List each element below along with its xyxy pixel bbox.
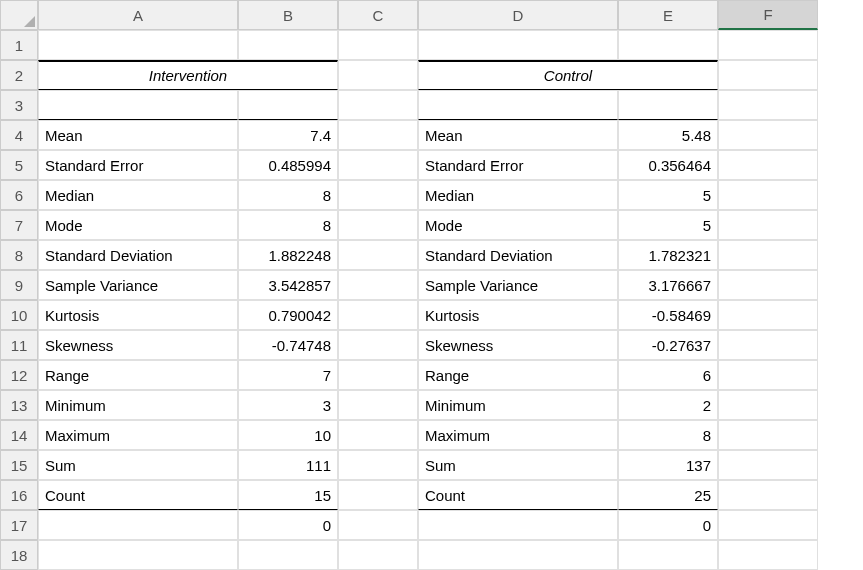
title-control[interactable]: Control: [418, 60, 718, 90]
label-mode-intervention[interactable]: Mode: [38, 210, 238, 240]
label-kurt-control[interactable]: Kurtosis: [418, 300, 618, 330]
value-range-control[interactable]: 6: [618, 360, 718, 390]
label-max-control[interactable]: Maximum: [418, 420, 618, 450]
value-count-control[interactable]: 25: [618, 480, 718, 510]
label-mean-control[interactable]: Mean: [418, 120, 618, 150]
cell-f3[interactable]: [718, 90, 818, 120]
cell-c15[interactable]: [338, 450, 418, 480]
cell-e17[interactable]: 0: [618, 510, 718, 540]
label-var-intervention[interactable]: Sample Variance: [38, 270, 238, 300]
cell-a17[interactable]: [38, 510, 238, 540]
cell-c18[interactable]: [338, 540, 418, 570]
cell-f18[interactable]: [718, 540, 818, 570]
col-header-a[interactable]: A: [38, 0, 238, 30]
value-sum-intervention[interactable]: 111: [238, 450, 338, 480]
label-min-control[interactable]: Minimum: [418, 390, 618, 420]
value-max-intervention[interactable]: 10: [238, 420, 338, 450]
cell-f2[interactable]: [718, 60, 818, 90]
value-stddev-control[interactable]: 1.782321: [618, 240, 718, 270]
cell-d18[interactable]: [418, 540, 618, 570]
label-skew-control[interactable]: Skewness: [418, 330, 618, 360]
value-skew-intervention[interactable]: -0.74748: [238, 330, 338, 360]
label-kurt-intervention[interactable]: Kurtosis: [38, 300, 238, 330]
value-skew-control[interactable]: -0.27637: [618, 330, 718, 360]
cell-c16[interactable]: [338, 480, 418, 510]
cell-c2[interactable]: [338, 60, 418, 90]
cell-c6[interactable]: [338, 180, 418, 210]
value-count-intervention[interactable]: 15: [238, 480, 338, 510]
label-sum-control[interactable]: Sum: [418, 450, 618, 480]
cell-c4[interactable]: [338, 120, 418, 150]
title-intervention[interactable]: Intervention: [38, 60, 338, 90]
value-mean-control[interactable]: 5.48: [618, 120, 718, 150]
value-stderr-control[interactable]: 0.356464: [618, 150, 718, 180]
value-min-control[interactable]: 2: [618, 390, 718, 420]
cell-f4[interactable]: [718, 120, 818, 150]
label-median-intervention[interactable]: Median: [38, 180, 238, 210]
cell-c13[interactable]: [338, 390, 418, 420]
cell-c14[interactable]: [338, 420, 418, 450]
cell-b1[interactable]: [238, 30, 338, 60]
cell-f13[interactable]: [718, 390, 818, 420]
value-kurt-intervention[interactable]: 0.790042: [238, 300, 338, 330]
col-header-e[interactable]: E: [618, 0, 718, 30]
value-sum-control[interactable]: 137: [618, 450, 718, 480]
col-header-d[interactable]: D: [418, 0, 618, 30]
cell-c3[interactable]: [338, 90, 418, 120]
row-header-7[interactable]: 7: [0, 210, 38, 240]
label-min-intervention[interactable]: Minimum: [38, 390, 238, 420]
value-var-control[interactable]: 3.176667: [618, 270, 718, 300]
label-median-control[interactable]: Median: [418, 180, 618, 210]
cell-a3[interactable]: [38, 90, 238, 120]
cell-f17[interactable]: [718, 510, 818, 540]
cell-f5[interactable]: [718, 150, 818, 180]
cell-d17[interactable]: [418, 510, 618, 540]
row-header-3[interactable]: 3: [0, 90, 38, 120]
label-stddev-intervention[interactable]: Standard Deviation: [38, 240, 238, 270]
value-stddev-intervention[interactable]: 1.882248: [238, 240, 338, 270]
row-header-15[interactable]: 15: [0, 450, 38, 480]
label-range-intervention[interactable]: Range: [38, 360, 238, 390]
label-mean-intervention[interactable]: Mean: [38, 120, 238, 150]
cell-a1[interactable]: [38, 30, 238, 60]
cell-f11[interactable]: [718, 330, 818, 360]
cell-f7[interactable]: [718, 210, 818, 240]
row-header-9[interactable]: 9: [0, 270, 38, 300]
value-mode-intervention[interactable]: 8: [238, 210, 338, 240]
cell-c7[interactable]: [338, 210, 418, 240]
label-max-intervention[interactable]: Maximum: [38, 420, 238, 450]
label-range-control[interactable]: Range: [418, 360, 618, 390]
value-mode-control[interactable]: 5: [618, 210, 718, 240]
row-header-14[interactable]: 14: [0, 420, 38, 450]
cell-c11[interactable]: [338, 330, 418, 360]
value-max-control[interactable]: 8: [618, 420, 718, 450]
row-header-10[interactable]: 10: [0, 300, 38, 330]
row-header-6[interactable]: 6: [0, 180, 38, 210]
cell-c9[interactable]: [338, 270, 418, 300]
cell-b18[interactable]: [238, 540, 338, 570]
value-min-intervention[interactable]: 3: [238, 390, 338, 420]
cell-e3[interactable]: [618, 90, 718, 120]
cell-f1[interactable]: [718, 30, 818, 60]
cell-d3[interactable]: [418, 90, 618, 120]
row-header-4[interactable]: 4: [0, 120, 38, 150]
cell-f9[interactable]: [718, 270, 818, 300]
cell-c1[interactable]: [338, 30, 418, 60]
cell-e1[interactable]: [618, 30, 718, 60]
row-header-18[interactable]: 18: [0, 540, 38, 570]
cell-f15[interactable]: [718, 450, 818, 480]
value-median-intervention[interactable]: 8: [238, 180, 338, 210]
value-range-intervention[interactable]: 7: [238, 360, 338, 390]
row-header-13[interactable]: 13: [0, 390, 38, 420]
row-header-5[interactable]: 5: [0, 150, 38, 180]
cell-e18[interactable]: [618, 540, 718, 570]
value-kurt-control[interactable]: -0.58469: [618, 300, 718, 330]
cell-f10[interactable]: [718, 300, 818, 330]
cell-c5[interactable]: [338, 150, 418, 180]
col-header-b[interactable]: B: [238, 0, 338, 30]
label-skew-intervention[interactable]: Skewness: [38, 330, 238, 360]
col-header-c[interactable]: C: [338, 0, 418, 30]
row-header-12[interactable]: 12: [0, 360, 38, 390]
cell-f8[interactable]: [718, 240, 818, 270]
value-median-control[interactable]: 5: [618, 180, 718, 210]
